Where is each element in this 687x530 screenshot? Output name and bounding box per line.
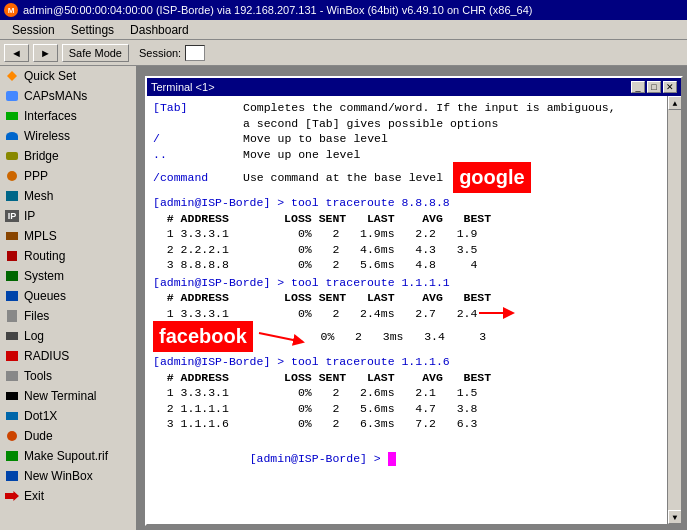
routing-icon <box>4 248 20 264</box>
traceroute2-row1: 1 3.3.3.1 0% 2 2.4ms 2.7 2.4 <box>153 306 675 322</box>
sidebar-item-makesupout[interactable]: Make Supout.rif <box>0 446 136 466</box>
content-area: Terminal <1> _ □ ✕ [Tab]Completes the co… <box>137 66 687 530</box>
terminal-title: Terminal <1> <box>151 81 215 93</box>
makesupout-icon <box>4 448 20 464</box>
wireless-icon <box>4 128 20 144</box>
log-icon <box>4 328 20 344</box>
title-bar: M admin@50:00:00:04:00:00 (ISP-Borde) vi… <box>0 0 687 20</box>
sidebar-item-system[interactable]: System <box>0 266 136 286</box>
terminal-prompt: [admin@ISP-Borde] > <box>250 452 388 465</box>
annotation-google: google <box>453 162 531 193</box>
bridge-icon <box>4 148 20 164</box>
exit-icon <box>4 488 20 504</box>
traceroute1-row2: 2 2.2.2.1 0% 2 4.6ms 4.3 3.5 <box>153 242 675 258</box>
minimize-button[interactable]: _ <box>631 81 645 93</box>
close-button[interactable]: ✕ <box>663 81 677 93</box>
sidebar-item-quickset[interactable]: Quick Set <box>0 66 136 86</box>
sidebar-item-interfaces[interactable]: Interfaces <box>0 106 136 126</box>
help-line-command: /command Use command at the base level g… <box>153 162 675 193</box>
newwinbox-icon <box>4 468 20 484</box>
ppp-icon <box>4 168 20 184</box>
sidebar-item-mesh[interactable]: Mesh <box>0 186 136 206</box>
menu-dashboard[interactable]: Dashboard <box>122 22 197 38</box>
queues-icon <box>4 288 20 304</box>
traceroute2-row2: facebook 0% 2 3ms 3.4 3 <box>153 321 675 352</box>
sidebar-item-log[interactable]: Log <box>0 326 136 346</box>
sidebar-item-dude[interactable]: Dude <box>0 426 136 446</box>
sidebar-item-dot1x[interactable]: Dot1X <box>0 406 136 426</box>
sidebar: Quick Set CAPsMANs Interfaces Wireless B… <box>0 66 137 530</box>
quickset-icon <box>4 68 20 84</box>
files-icon <box>4 308 20 324</box>
traceroute3-header: # ADDRESS LOSS SENT LAST AVG BEST <box>153 370 675 386</box>
help-line-dotdot: ..Move up one level <box>153 147 675 163</box>
help-line-tab2: a second [Tab] gives possible options <box>153 116 675 132</box>
traceroute2-cmd: [admin@ISP-Borde] > tool traceroute 1.1.… <box>153 275 675 291</box>
arrow2-icon <box>257 328 307 346</box>
app-icon: M <box>4 3 18 17</box>
annotation-facebook: facebook <box>153 321 253 352</box>
terminal-cursor <box>388 452 396 466</box>
mpls-icon <box>4 228 20 244</box>
newterminal-icon <box>4 388 20 404</box>
tools-icon <box>4 368 20 384</box>
sidebar-item-bridge[interactable]: Bridge <box>0 146 136 166</box>
svg-line-1 <box>259 333 303 342</box>
safemode-button[interactable]: Safe Mode <box>62 44 129 62</box>
menu-settings[interactable]: Settings <box>63 22 122 38</box>
dude-icon <box>4 428 20 444</box>
sidebar-item-exit[interactable]: Exit <box>0 486 136 506</box>
sidebar-item-mpls[interactable]: MPLS <box>0 226 136 246</box>
traceroute1-header: # ADDRESS LOSS SENT LAST AVG BEST <box>153 211 675 227</box>
arrow1-icon <box>477 306 517 320</box>
toolbar: ◄ ► Safe Mode Session: <box>0 40 687 66</box>
traceroute2-header: # ADDRESS LOSS SENT LAST AVG BEST <box>153 290 675 306</box>
terminal-scrollbar[interactable]: ▲ ▼ <box>667 96 681 524</box>
sidebar-item-newwinbox[interactable]: New WinBox <box>0 466 136 486</box>
traceroute3-row1: 1 3.3.3.1 0% 2 2.6ms 2.1 1.5 <box>153 385 675 401</box>
sidebar-item-files[interactable]: Files <box>0 306 136 326</box>
sidebar-item-radius[interactable]: RADIUS <box>0 346 136 366</box>
sidebar-item-newterminal[interactable]: New Terminal <box>0 386 136 406</box>
ip-icon: IP <box>4 208 20 224</box>
session-input[interactable] <box>185 45 205 61</box>
mesh-icon <box>4 188 20 204</box>
terminal-titlebar: Terminal <1> _ □ ✕ <box>147 78 681 96</box>
terminal-window: Terminal <1> _ □ ✕ [Tab]Completes the co… <box>145 76 683 526</box>
terminal-body[interactable]: [Tab]Completes the command/word. If the … <box>147 96 681 524</box>
maximize-button[interactable]: □ <box>647 81 661 93</box>
help-line-slash: /Move up to base level <box>153 131 675 147</box>
traceroute1-cmd: [admin@ISP-Borde] > tool traceroute 8.8.… <box>153 195 675 211</box>
menu-session[interactable]: Session <box>4 22 63 38</box>
traceroute1-row3: 3 8.8.8.8 0% 2 5.6ms 4.8 4 <box>153 257 675 273</box>
system-icon <box>4 268 20 284</box>
scroll-up-button[interactable]: ▲ <box>668 96 681 110</box>
dot1x-icon <box>4 408 20 424</box>
sidebar-item-ppp[interactable]: PPP <box>0 166 136 186</box>
back-button[interactable]: ◄ <box>4 44 29 62</box>
radius-icon <box>4 348 20 364</box>
sidebar-item-routing[interactable]: Routing <box>0 246 136 266</box>
traceroute3-row3: 3 1.1.1.6 0% 2 6.3ms 7.2 6.3 <box>153 416 675 432</box>
scroll-track[interactable] <box>668 110 681 510</box>
sidebar-item-queues[interactable]: Queues <box>0 286 136 306</box>
interfaces-icon <box>4 108 20 124</box>
menu-bar: Session Settings Dashboard <box>0 20 687 40</box>
capsman-icon <box>4 88 20 104</box>
main-layout: Quick Set CAPsMANs Interfaces Wireless B… <box>0 66 687 530</box>
sidebar-item-ip[interactable]: IP IP <box>0 206 136 226</box>
forward-button[interactable]: ► <box>33 44 58 62</box>
sidebar-item-tools[interactable]: Tools <box>0 366 136 386</box>
session-label: Session: <box>139 47 181 59</box>
sidebar-item-capsman[interactable]: CAPsMANs <box>0 86 136 106</box>
traceroute3-cmd: [admin@ISP-Borde] > tool traceroute 1.1.… <box>153 354 675 370</box>
terminal-content: [Tab]Completes the command/word. If the … <box>153 100 675 520</box>
traceroute3-row2: 2 1.1.1.1 0% 2 5.6ms 4.7 3.8 <box>153 401 675 417</box>
traceroute1-row1: 1 3.3.3.1 0% 2 1.9ms 2.2 1.9 <box>153 226 675 242</box>
sidebar-item-wireless[interactable]: Wireless <box>0 126 136 146</box>
terminal-prompt-line: [admin@ISP-Borde] > <box>153 436 675 483</box>
help-line-tab: [Tab]Completes the command/word. If the … <box>153 100 675 116</box>
title-text: admin@50:00:00:04:00:00 (ISP-Borde) via … <box>23 4 533 16</box>
scroll-down-button[interactable]: ▼ <box>668 510 681 524</box>
terminal-controls: _ □ ✕ <box>631 81 677 93</box>
